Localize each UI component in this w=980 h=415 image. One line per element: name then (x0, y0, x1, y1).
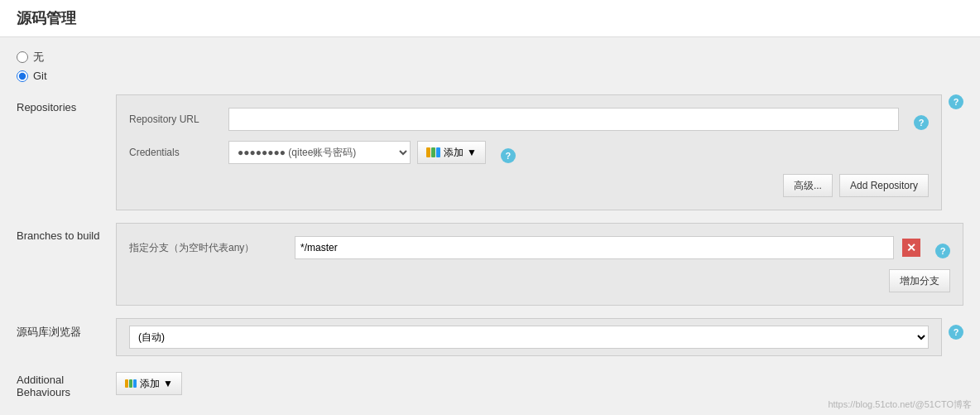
repo-url-label: Repository URL (129, 113, 220, 125)
content-area: 无 Git Repositories Repository URL ? Cred… (0, 37, 980, 415)
branches-label: Branches to build (17, 223, 116, 242)
branches-content: 指定分支（为空时代表any） ✕ ? 增加分支 (116, 223, 963, 306)
radio-none[interactable]: 无 (17, 50, 963, 65)
credentials-select[interactable]: ●●●●●●●● (qitee账号密码) (228, 141, 411, 164)
page-header: 源码管理 (0, 0, 980, 37)
add-behaviour-icon (125, 379, 137, 388)
repo-url-help-icon[interactable]: ? (914, 115, 929, 130)
radio-none-label: 无 (33, 50, 44, 65)
browser-content: (自动) githubWeb gitblit (116, 318, 942, 356)
browser-select[interactable]: (自动) githubWeb gitblit (129, 326, 929, 349)
branch-input-row: 指定分支（为空时代表any） ✕ ? (129, 236, 950, 259)
credentials-row: Credentials ●●●●●●●● (qitee账号密码) 添加 (129, 141, 929, 164)
page-title: 源码管理 (17, 10, 76, 27)
advanced-button[interactable]: 高级... (783, 174, 833, 197)
repositories-content: Repository URL ? Credentials ●●●●●●●● (q… (116, 94, 942, 210)
repo-buttons-group: 高级... Add Repository (129, 174, 929, 197)
branch-help-icon[interactable]: ? (935, 244, 950, 258)
watermark: https://blog.51cto.net/@51CTO博客 (828, 398, 972, 411)
additional-behaviours-label: Additional Behaviours (17, 369, 116, 398)
delete-branch-button[interactable]: ✕ (902, 239, 920, 257)
browser-label: 源码库浏览器 (17, 318, 116, 340)
repositories-help-icon[interactable]: ? (949, 94, 963, 109)
add-behaviour-label: 添加 (140, 377, 160, 391)
add-credentials-chevron-icon: ▼ (467, 147, 477, 158)
credentials-label: Credentials (129, 147, 220, 158)
radio-git-label: Git (33, 70, 47, 82)
credentials-help-icon[interactable]: ? (501, 148, 516, 163)
radio-git[interactable]: Git (17, 70, 963, 82)
add-repository-button[interactable]: Add Repository (839, 174, 929, 197)
radio-git-input[interactable] (17, 70, 28, 82)
repositories-label: Repositories (17, 94, 116, 113)
browser-section-row: 源码库浏览器 (自动) githubWeb gitblit ? (17, 318, 963, 356)
add-credentials-icon (426, 147, 440, 157)
branches-section-row: Branches to build 指定分支（为空时代表any） ✕ ? 增加分… (17, 223, 963, 306)
additional-behaviours-section-row: Additional Behaviours 添加 ▼ (17, 369, 963, 398)
branch-buttons-group: 增加分支 (129, 269, 950, 292)
repo-url-input[interactable] (228, 108, 899, 131)
repo-url-row: Repository URL ? (129, 108, 929, 131)
add-branch-button[interactable]: 增加分支 (889, 269, 950, 292)
credentials-controls: ●●●●●●●● (qitee账号密码) 添加 ▼ (228, 141, 486, 164)
repositories-section-row: Repositories Repository URL ? Credential… (17, 94, 963, 210)
radio-none-input[interactable] (17, 51, 28, 63)
branch-specifier-label: 指定分支（为空时代表any） (129, 241, 286, 255)
branch-specifier-input[interactable] (295, 236, 894, 259)
add-credentials-label: 添加 (444, 146, 464, 160)
add-behaviour-button[interactable]: 添加 ▼ (116, 372, 182, 395)
browser-help-icon[interactable]: ? (949, 325, 963, 340)
add-behaviour-chevron-icon: ▼ (163, 378, 173, 389)
add-credentials-button[interactable]: 添加 ▼ (417, 141, 486, 164)
additional-behaviours-controls: 添加 ▼ (116, 369, 182, 395)
page-container: 源码管理 无 Git Repositories Repository URL ? (0, 0, 980, 415)
delete-icon: ✕ (906, 242, 916, 253)
radio-group: 无 Git (17, 50, 963, 82)
